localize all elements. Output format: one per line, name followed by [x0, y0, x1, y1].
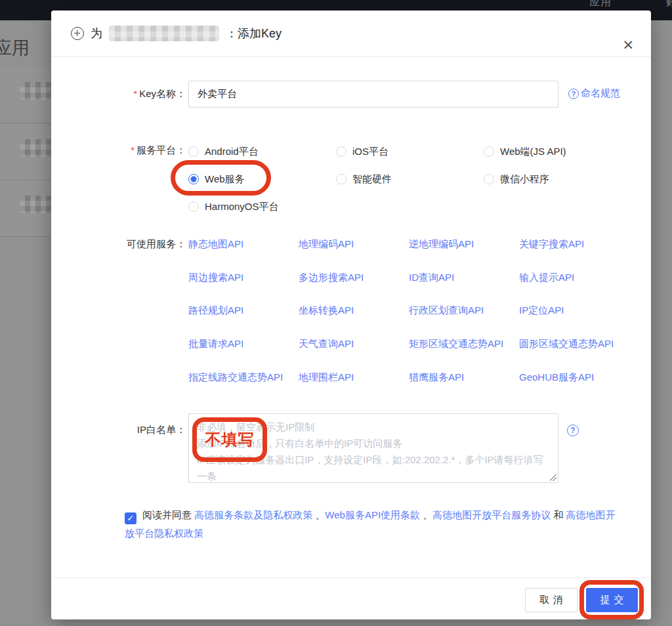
dialog-title: 为 ：添加Key	[71, 26, 282, 41]
close-icon[interactable]: ✕	[622, 38, 634, 52]
service-link[interactable]: 坐标转换API	[299, 304, 409, 317]
naming-convention-link[interactable]: ? 命名规范	[568, 87, 620, 100]
circle-plus-icon	[71, 27, 84, 40]
radio-label: HarmonyOS平台	[205, 201, 279, 213]
agreement-prefix: 阅读并同意	[142, 509, 194, 520]
ip-whitelist-field	[188, 413, 558, 483]
question-circle-icon: ?	[568, 89, 579, 99]
service-link[interactable]: 关键字搜索API	[519, 238, 629, 251]
question-circle-icon: ?	[567, 425, 579, 436]
radio-harmonyos[interactable]: HarmonyOS平台	[188, 201, 336, 213]
platform-radio-group: Android平台 iOS平台 Web端(JS API) Web服务 智能硬件 …	[188, 138, 631, 220]
key-name-label-text: Key名称：	[139, 88, 186, 99]
topnav-item-apps[interactable]: 应用	[589, 0, 612, 9]
background-app-row	[0, 180, 52, 237]
submit-button[interactable]: 提交	[586, 588, 638, 612]
radio-icon	[188, 201, 199, 212]
ip-whitelist-textarea[interactable]	[188, 413, 558, 483]
topnav-item-account[interactable]: 账	[666, 0, 672, 9]
dialog-header: 为 ：添加Key ✕	[51, 10, 651, 57]
radio-ios[interactable]: iOS平台	[336, 146, 484, 158]
services-label-text: 可使用服务：	[127, 238, 186, 249]
terms-link-platform-service[interactable]: 高德地图开放平台服务协议	[432, 509, 551, 520]
service-link[interactable]: 输入提示API	[519, 272, 629, 284]
conjunction: 和	[551, 509, 566, 520]
background-section-title: 应用	[0, 36, 30, 60]
service-link[interactable]: ID查询API	[409, 272, 519, 284]
platform-label-text: 服务平台：	[136, 144, 186, 156]
dialog-title-prefix: 为	[91, 26, 102, 41]
available-services-list: 静态地图API 地理编码API 逆地理编码API 关键字搜索API 周边搜索AP…	[188, 228, 629, 394]
cancel-button[interactable]: 取消	[525, 588, 578, 612]
ip-whitelist-label-text: IP白名单：	[137, 424, 186, 435]
radio-label: Web端(JS API)	[500, 146, 566, 158]
radio-icon	[336, 146, 346, 157]
radio-wechat-miniprogram[interactable]: 微信小程序	[484, 173, 631, 186]
service-link[interactable]: 逆地理编码API	[409, 238, 519, 251]
required-asterisk: *	[131, 144, 135, 156]
service-link[interactable]: 周边搜索API	[188, 272, 299, 284]
radio-label: Android平台	[205, 146, 259, 158]
agreement-checkbox[interactable]: ✓	[125, 512, 136, 524]
agreement-row: ✓阅读并同意 高德服务条款及隐私权政策 、Web服务API使用条款 、高德地图开…	[125, 506, 618, 542]
redacted-app-name	[20, 196, 56, 213]
service-link[interactable]: 批量请求API	[188, 338, 299, 350]
services-label: 可使用服务：	[51, 238, 186, 251]
terms-link-web-api[interactable]: Web服务API使用条款	[325, 509, 420, 520]
radio-label: 智能硬件	[352, 173, 392, 186]
radio-web-jsapi[interactable]: Web端(JS API)	[484, 146, 631, 158]
background-app-row	[0, 67, 52, 123]
naming-convention-label: 命名规范	[581, 87, 620, 100]
radio-label: iOS平台	[352, 146, 388, 158]
service-link[interactable]: IP定位API	[519, 304, 629, 317]
required-asterisk: *	[133, 88, 137, 99]
key-name-input[interactable]	[188, 81, 558, 108]
radio-web-service[interactable]: Web服务	[188, 173, 336, 186]
service-link[interactable]: 矩形区域交通态势API	[409, 338, 519, 350]
redacted-app-name	[109, 26, 219, 41]
background-app-row	[0, 124, 52, 180]
service-link[interactable]: 路径规划API	[188, 304, 299, 317]
service-link[interactable]: 静态地图API	[188, 238, 299, 251]
service-link[interactable]: 天气查询API	[299, 338, 409, 350]
service-link[interactable]: 猎鹰服务API	[409, 371, 519, 384]
platform-label: *服务平台：	[51, 144, 186, 157]
add-key-dialog: 为 ：添加Key ✕ *Key名称： ? 命名规范 *服务平台： Android…	[51, 10, 651, 619]
radio-icon	[484, 174, 494, 184]
radio-android[interactable]: Android平台	[188, 146, 336, 158]
service-link[interactable]: 多边形搜索API	[299, 272, 409, 284]
radio-smart-hardware[interactable]: 智能硬件	[336, 173, 484, 186]
service-link[interactable]: 地理围栏API	[299, 371, 409, 384]
radio-label: 微信小程序	[500, 173, 549, 186]
ip-whitelist-label: IP白名单：	[51, 424, 186, 436]
dialog-footer: 取消 提交	[51, 577, 651, 619]
terms-link-privacy-policy[interactable]: 高德服务条款及隐私权政策	[194, 509, 312, 520]
radio-icon	[188, 146, 199, 157]
ip-whitelist-help[interactable]: ?	[567, 424, 579, 436]
service-link[interactable]: 行政区划查询API	[409, 304, 519, 317]
radio-icon	[484, 146, 494, 157]
dialog-title-suffix: ：添加Key	[226, 26, 282, 41]
radio-label: Web服务	[205, 173, 245, 186]
service-link[interactable]: GeoHUB服务API	[519, 371, 629, 384]
service-link[interactable]: 地理编码API	[299, 238, 409, 251]
separator: 、	[420, 509, 432, 520]
radio-selected-icon	[188, 174, 199, 184]
service-link[interactable]: 指定线路交通态势API	[188, 371, 299, 384]
service-link[interactable]: 圆形区域交通态势API	[519, 338, 629, 350]
separator: 、	[312, 509, 325, 520]
radio-icon	[336, 174, 346, 184]
key-name-label: *Key名称：	[51, 88, 186, 100]
